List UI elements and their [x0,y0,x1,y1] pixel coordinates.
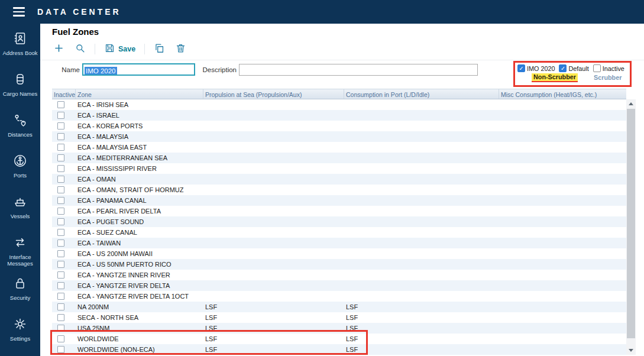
table-row[interactable]: WORLDWIDELSFLSF [52,334,626,344]
name-input[interactable]: IMO 2020 [82,63,195,76]
row-inactive-checkbox[interactable] [57,261,64,268]
row-inactive-checkbox[interactable] [57,293,64,300]
table-row[interactable]: USA 25NMLSFLSF [52,323,626,334]
inactive-cell [52,248,76,259]
table-row[interactable]: SECA - NORTH SEALSFLSF [52,312,626,323]
inactive-checkbox[interactable] [593,64,601,72]
add-button[interactable] [52,41,66,57]
table-row[interactable]: ECA - US 200NM HAWAII [52,248,626,259]
consumption-cell [344,131,499,142]
scrubber-label: Scrubber [594,73,622,82]
table-row[interactable]: ECA - MEDITERRANEAN SEA [52,153,626,163]
row-inactive-checkbox[interactable] [57,112,64,119]
table-row[interactable]: ECA - ISRAEL [52,110,626,121]
copy-icon [154,43,165,56]
hamburger-icon[interactable] [13,7,25,17]
row-inactive-checkbox[interactable] [57,101,64,108]
row-inactive-checkbox[interactable] [57,325,64,332]
table-row[interactable]: ECA - US 50NM PUERTO RICO [52,259,626,270]
table-row[interactable]: ECA - PUGET SOUND [52,216,626,227]
sidebar-item-settings[interactable]: Settings [0,315,40,356]
propulsion-cell [203,206,344,216]
row-inactive-checkbox[interactable] [57,208,64,215]
table-row[interactable]: NA 200NMLSFLSF [52,302,626,312]
table-row[interactable]: ECA - OMAN [52,174,626,185]
row-inactive-checkbox[interactable] [57,133,64,140]
column-header[interactable]: Inactive [52,89,76,99]
scrollbar-thumb[interactable] [627,109,635,338]
column-header[interactable]: Consumption in Port (L/D/Idle) [344,89,499,99]
sidebar-item-label: Security [10,294,30,301]
vertical-scrollbar[interactable] [626,99,636,355]
row-inactive-checkbox[interactable] [57,122,64,130]
propulsion-cell: LSF [203,334,344,344]
scroll-up-arrow-icon[interactable] [626,99,636,108]
option-inactive[interactable]: Inactive [593,64,624,72]
scroll-down-arrow-icon[interactable] [626,346,636,355]
sidebar-item-ports[interactable]: Ports [0,152,40,193]
inactive-cell [52,142,76,153]
row-inactive-checkbox[interactable] [57,303,64,310]
option-imo-2020[interactable]: ✓IMO 2020 [517,64,555,72]
delete-button[interactable] [174,41,187,57]
table-row[interactable]: ECA - OMAN, STRAIT OF HORMUZ [52,185,626,195]
column-header[interactable]: Misc Consumption (Heat/IGS, etc.) [499,89,626,99]
table-row[interactable]: ECA - MALAYSIA EAST [52,142,626,153]
row-inactive-checkbox[interactable] [57,346,64,353]
zone-cell: ECA - TAIWAN [76,238,203,248]
table-row[interactable]: WORLDWIDE (NON-ECA)LSFLSF [52,344,626,355]
table-row[interactable]: ECA - KOREA PORTS [52,121,626,131]
save-button[interactable]: Save [103,41,137,57]
table-row[interactable]: ECA - YANGTZE RIVER DELTA 1OCT [52,291,626,302]
consumption-cell [344,291,499,302]
propulsion-cell [203,110,344,121]
consumption-cell [344,227,499,238]
row-inactive-checkbox[interactable] [57,335,64,342]
table-row[interactable]: ECA - MISSISSIPPI RIVER [52,163,626,174]
zone-cell: ECA - MISSISSIPPI RIVER [76,163,203,174]
sidebar-item-distances[interactable]: Distances [0,111,40,152]
row-inactive-checkbox[interactable] [57,218,64,225]
misc-cell [499,259,626,270]
sidebar-item-address-book[interactable]: Address Book [0,30,40,70]
sidebar-item-vessels[interactable]: Vessels [0,193,40,234]
column-header[interactable]: Zone [76,89,203,99]
table-row[interactable]: ECA - YANGTZE RIVER DELTA [52,280,626,291]
row-inactive-checkbox[interactable] [57,282,64,289]
inactive-cell [52,312,76,323]
zone-cell: ECA - KOREA PORTS [76,121,203,131]
table-row[interactable]: ECA - IRISH SEA [52,99,626,110]
row-inactive-checkbox[interactable] [57,250,64,257]
table-row[interactable]: ECA - SUEZ CANAL [52,227,626,238]
search-button[interactable] [73,41,87,57]
table-row[interactable]: ECA - PEARL RIVER DELTA [52,206,626,216]
consumption-cell [344,238,499,248]
default-checkbox[interactable]: ✓ [559,64,567,72]
row-inactive-checkbox[interactable] [57,271,64,279]
row-inactive-checkbox[interactable] [57,165,64,172]
table-row[interactable]: ECA - MALAYSIA [52,131,626,142]
row-inactive-checkbox[interactable] [57,176,64,183]
row-inactive-checkbox[interactable] [57,144,64,151]
table-row[interactable]: ECA - TAIWAN [52,238,626,248]
row-inactive-checkbox[interactable] [57,314,64,321]
inactive-cell [52,195,76,206]
table-row[interactable]: ECA - PANAMA CANAL [52,195,626,206]
row-inactive-checkbox[interactable] [57,186,64,193]
description-input[interactable] [239,64,478,76]
row-inactive-checkbox[interactable] [57,240,64,247]
sidebar-item-interface-messages[interactable]: Interface Messages [0,234,40,274]
option-default[interactable]: ✓Default [559,64,588,72]
row-inactive-checkbox[interactable] [57,197,64,204]
row-inactive-checkbox[interactable] [57,154,64,161]
propulsion-cell [203,259,344,270]
trash-icon [175,43,186,56]
column-header[interactable]: Propulsion at Sea (Propulsion/Aux) [203,89,344,99]
table-row[interactable]: ECA - YANGTZE INNER RIVER [52,270,626,280]
imo-2020-checkbox[interactable]: ✓ [517,64,525,72]
sidebar-item-security[interactable]: Security [0,274,40,315]
sidebar-item-cargo-names[interactable]: Cargo Names [0,70,40,111]
row-inactive-checkbox[interactable] [57,229,64,236]
copy-button[interactable] [153,41,166,57]
sidebar-item-label: Vessels [11,213,30,219]
